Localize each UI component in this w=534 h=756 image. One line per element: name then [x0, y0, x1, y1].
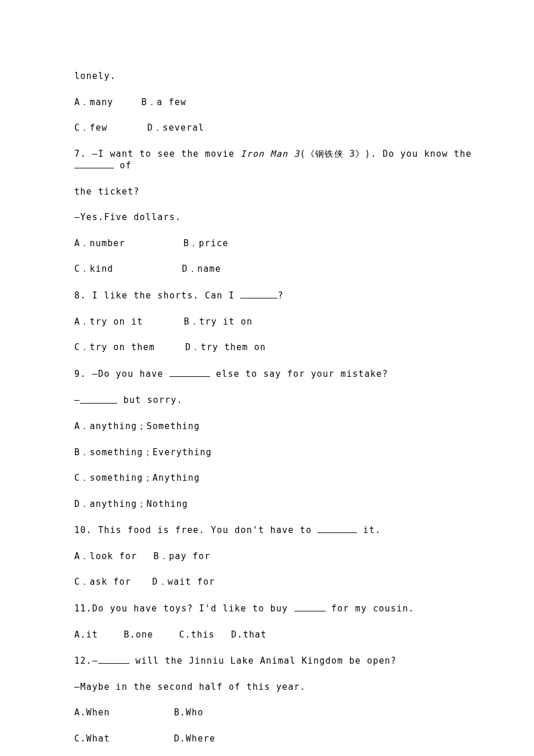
q11-opt-a: A.it — [74, 629, 98, 641]
q8-opts-row2: C．try on them D．try them on — [74, 342, 476, 354]
q11-text-b: for my cousin. — [326, 603, 414, 614]
document-page: lonely. A．many B．a few C．few D．several 7… — [0, 0, 534, 756]
q6-opts-row2: C．few D．several — [74, 123, 476, 134]
q11-opt-d: D.that — [231, 629, 266, 641]
blank-icon — [169, 368, 193, 377]
q12-text-a: 12.— — [74, 656, 98, 666]
q10-opt-d: D．wait for — [152, 577, 215, 588]
blank-icon — [80, 394, 117, 403]
q9-text-b: else to say for your mistake? — [210, 369, 388, 379]
q10-opts-row1: A．look for B．pay for — [74, 551, 476, 563]
q8-opt-c: C．try on them — [74, 342, 155, 354]
q10-opt-a: A．look for — [74, 551, 137, 563]
q11-line1: 11.Do you have toys? I'd like to buy for… — [74, 603, 476, 615]
q6-opt-c: C．few — [74, 123, 107, 134]
q11-text-a: 11.Do you have toys? I'd like to buy — [74, 603, 294, 614]
q9-line2: — but sorry. — [74, 394, 476, 406]
q12-opts-row2: C.What D.Where — [74, 733, 476, 745]
blank-icon — [294, 603, 326, 611]
q9-text-2b: but sorry. — [117, 395, 183, 406]
q8-opt-d: D．try them on — [185, 342, 266, 354]
q7-text-c: of — [114, 160, 132, 171]
q7-opt-b: B．price — [183, 238, 229, 250]
q7-opt-c: C．kind — [74, 264, 113, 275]
q7-opt-a: A．number — [74, 238, 125, 250]
q7-opt-d: D．name — [182, 264, 221, 275]
blank-icon — [317, 524, 357, 533]
q10-opts-row2: C．ask for D．wait for — [74, 577, 476, 588]
q9-text-2a: — — [74, 395, 80, 406]
q10-text-a: 10. This food is free. You don't have to — [74, 525, 317, 535]
blank-icon — [240, 290, 277, 298]
q12-text-b: will the Jinniu Lake Animal Kingdom be o… — [129, 656, 396, 666]
q8-opt-a: A．try on it — [74, 316, 143, 328]
q6-opts-row1: A．many B．a few — [74, 97, 476, 109]
q10-opt-b: B．pay for — [154, 551, 211, 563]
q10-line1: 10. This food is free. You don't have to… — [74, 524, 476, 537]
q7-line2: the ticket? — [74, 186, 476, 198]
blank-icon — [193, 368, 210, 377]
q10-opt-c: C．ask for — [74, 577, 131, 588]
q7-opts-row2: C．kind D．name — [74, 264, 476, 275]
q9-line1: 9. —Do you have else to say for your mis… — [74, 368, 476, 380]
q7-line3: —Yes.Five dollars. — [74, 212, 476, 224]
q6-opt-b: B．a few — [142, 97, 187, 109]
q7-text-b: (《钢铁侠 3》). Do you know the — [300, 149, 472, 159]
q6-opt-a: A．many — [74, 97, 113, 109]
blank-icon — [74, 160, 114, 168]
q10-text-b: it. — [357, 525, 381, 535]
orphan-line: lonely. — [74, 71, 476, 82]
q11-opts: A.it B.one C.this D.that — [74, 629, 476, 641]
q9-opt-c: C．something；Anything — [74, 473, 476, 484]
q8-text-a: 8. I like the shorts. Can I — [74, 290, 240, 301]
q12-opt-c: C.What — [74, 733, 110, 745]
q9-text-a: 9. —Do you have — [74, 369, 169, 379]
q7-movie-title: Iron Man 3 — [240, 149, 300, 159]
q9-opt-b: B．something；Everything — [74, 447, 476, 459]
q12-line1: 12.— will the Jinniu Lake Animal Kingdom… — [74, 655, 476, 667]
blank-icon — [98, 655, 129, 664]
q8-line1: 8. I like the shorts. Can I ? — [74, 290, 476, 302]
q12-opt-a: A.When — [74, 707, 110, 719]
q7-text-a: 7. —I want to see the movie — [74, 149, 240, 159]
q11-opt-c: C.this — [179, 629, 215, 641]
q9-opt-a: A．anything；Something — [74, 421, 476, 433]
q6-opt-d: D．several — [147, 123, 204, 134]
q12-line2: —Maybe in the second half of this year. — [74, 682, 476, 693]
q7-line1: 7. —I want to see the movie Iron Man 3(《… — [74, 149, 476, 172]
q8-opt-b: B．try it on — [184, 316, 253, 328]
q8-opts-row1: A．try on it B．try it on — [74, 316, 476, 328]
q9-opt-d: D．anything；Nothing — [74, 499, 476, 510]
q12-opt-d: D.Where — [174, 733, 216, 745]
q8-text-b: ? — [277, 290, 283, 301]
q12-opt-b: B.Who — [174, 707, 204, 719]
q11-opt-b: B.one — [124, 629, 153, 641]
q12-opts-row1: A.When B.Who — [74, 707, 476, 719]
q7-opts-row1: A．number B．price — [74, 238, 476, 250]
